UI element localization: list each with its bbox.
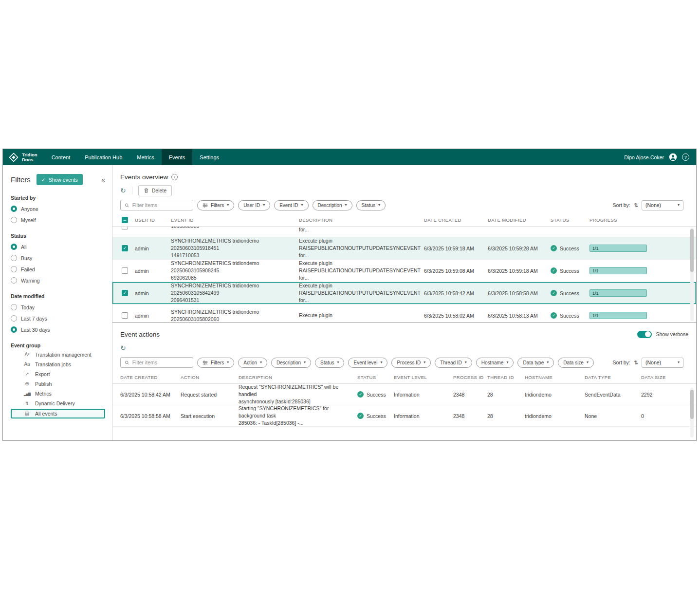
row-checkbox[interactable] <box>122 312 128 319</box>
info-icon[interactable]: i <box>171 174 178 180</box>
description: RAISEPUBLICATIONOUTPUTUPDATESYNCEVENT fo… <box>299 227 419 233</box>
show-verbose-toggle[interactable] <box>637 331 652 338</box>
description: Execute pluginRAISEPUBLICATIONOUTPUTUPDA… <box>299 282 424 304</box>
date-modified: 6/3/2025 10:58:58 AM <box>488 290 551 296</box>
sort-icon[interactable]: ⇅ <box>634 202 638 209</box>
nav-item-content[interactable]: Content <box>44 149 78 165</box>
brand-line1: Tridion <box>22 152 37 157</box>
radio-status-busy[interactable]: Busy <box>11 255 105 261</box>
select-all-checkbox[interactable]: – <box>122 217 128 223</box>
table-row[interactable]: ✓ admin SYNCHRONIZEMETRICS tridiondemo 2… <box>112 282 696 304</box>
column-header: DATA SIZE <box>641 375 683 380</box>
description: Execute pluginRAISEPUBLICATIONOUTPUTUPDA… <box>299 237 424 259</box>
overview-table-header: – USER ID EVENT ID DESCRIPTION DATE CREA… <box>112 214 696 227</box>
pill-status[interactable]: Status ▾ <box>356 200 386 210</box>
radio-off-icon <box>11 277 17 284</box>
user-name[interactable]: Dipo Ajose-Coker <box>624 154 664 160</box>
actions-sort-select[interactable]: (None) ▾ <box>642 358 683 368</box>
table-row[interactable]: 6/3/2025 10:58:42 AM Request started Req… <box>112 384 696 405</box>
table-row[interactable]: admin SYNCHRONIZEMETRICS tridiondemo 202… <box>112 304 696 322</box>
row-checkbox[interactable]: ✓ <box>122 290 128 296</box>
pill-data-size[interactable]: Data size ▾ <box>558 358 594 368</box>
overview-filters-button[interactable]: Filters ▾ <box>197 200 234 210</box>
date-modified: 6/3/2025 10:58:13 AM <box>488 313 551 319</box>
event-group-all-events[interactable]: ▤ All events <box>11 409 105 418</box>
delete-button[interactable]: Delete <box>138 185 172 196</box>
overview-scrollbar-thumb[interactable] <box>690 229 694 272</box>
event-group-dynamic-delivery[interactable]: ↯ Dynamic Delivery <box>11 399 105 408</box>
pill-label: Data size <box>563 360 584 365</box>
overview-search-input[interactable] <box>132 202 189 208</box>
nav-item-publication-hub[interactable]: Publication Hub <box>77 149 129 165</box>
pill-user-id[interactable]: User ID ▾ <box>238 200 270 210</box>
radio-on-icon <box>11 326 17 333</box>
data-size: 2292 <box>641 392 683 398</box>
radio-status-all[interactable]: All <box>11 244 105 250</box>
sort-by-label: Sort by: <box>613 202 630 208</box>
row-checkbox[interactable] <box>122 267 128 274</box>
pill-event-id[interactable]: Event ID ▾ <box>274 200 308 210</box>
refresh-button[interactable]: ↻ <box>120 344 126 351</box>
radio-today[interactable]: Today <box>11 304 105 310</box>
table-row[interactable]: admin SYNCHRONIZEMETRICS tridiondemo 202… <box>112 260 696 282</box>
pill-description[interactable]: Description ▾ <box>271 358 311 368</box>
radio-label: Anyone <box>21 206 38 212</box>
nav-item-settings[interactable]: Settings <box>192 149 226 165</box>
radio-last-7-days[interactable]: Last 7 days <box>11 315 105 322</box>
progress-cell: 1/1 <box>589 289 683 297</box>
sliders-icon <box>203 360 208 365</box>
radio-status-warning[interactable]: Warning <box>11 277 105 284</box>
collapse-sidebar-icon[interactable]: « <box>101 176 105 184</box>
row-checkbox[interactable]: ✓ <box>122 245 128 251</box>
pill-action[interactable]: Action ▾ <box>238 358 267 368</box>
pill-event-level[interactable]: Event level ▾ <box>348 358 387 368</box>
row-checkbox[interactable] <box>122 227 128 229</box>
table-row[interactable]: ✓ admin SYNCHRONIZEMETRICS tridiondemo 2… <box>112 237 696 260</box>
overview-sort-select[interactable]: (None) ▾ <box>642 200 683 210</box>
progress-bar: 1/1 <box>589 267 647 274</box>
verbose-area: Show verbose <box>637 331 688 338</box>
toolbar-divider <box>132 187 132 194</box>
overview-filter-row: Filters ▾ User ID ▾ Event ID ▾ Descrip <box>112 197 696 214</box>
actions-search-input[interactable] <box>132 360 189 365</box>
nav-item-metrics[interactable]: Metrics <box>129 149 161 165</box>
help-icon[interactable]: ? <box>682 153 689 161</box>
actions-filters-button[interactable]: Filters ▾ <box>197 358 234 368</box>
pill-process-id[interactable]: Process ID ▾ <box>391 358 431 368</box>
group-item-label: All events <box>35 411 57 417</box>
overview-scrollbar[interactable] <box>690 228 694 321</box>
event-group-metrics[interactable]: ▂▅▇ Metrics <box>11 389 105 398</box>
pill-thread-id[interactable]: Thread ID ▾ <box>435 358 472 368</box>
refresh-button[interactable]: ↻ <box>120 187 126 194</box>
process-id: 2348 <box>453 413 487 419</box>
pill-label: Status <box>320 360 334 365</box>
actions-scrollbar-thumb[interactable] <box>690 390 694 419</box>
event-group-translation-jobs[interactable]: Aa Translation jobs <box>11 360 105 369</box>
success-icon: ✓ <box>551 245 557 251</box>
chevron-down-icon: ▾ <box>587 361 589 364</box>
table-row[interactable]: 6/3/2025 10:58:58 AM Start execution Sta… <box>112 405 696 427</box>
pill-hostname[interactable]: Hostname ▾ <box>476 358 514 368</box>
pill-data-type[interactable]: Data type ▾ <box>517 358 554 368</box>
group-item-label: Export <box>35 371 50 377</box>
radio-myself[interactable]: Myself <box>11 217 105 223</box>
table-row[interactable]: 1618808989 RAISEPUBLICATIONOUTPUTUPDATES… <box>112 227 696 237</box>
brand[interactable]: Tridion Docs <box>3 149 44 165</box>
pill-label: User ID <box>243 203 260 208</box>
radio-anyone[interactable]: Anyone <box>11 206 105 212</box>
actions-scrollbar[interactable] <box>690 388 694 437</box>
pill-status[interactable]: Status ▾ <box>315 358 344 368</box>
event-group-export[interactable]: ↗ Export <box>11 370 105 379</box>
radio-last-30-days[interactable]: Last 30 days <box>11 326 105 333</box>
event-group-translation-management[interactable]: Aˣ Translation management <box>11 350 105 359</box>
app-window: Tridion Docs Content Publication Hub Met… <box>2 149 697 441</box>
event-group-publish[interactable]: ⊕ Publish <box>11 380 105 388</box>
radio-status-failed[interactable]: Failed <box>11 266 105 272</box>
pill-label: Event ID <box>279 203 298 208</box>
show-events-button[interactable]: ✓ Show events <box>37 174 83 185</box>
sort-icon[interactable]: ⇅ <box>634 360 638 366</box>
avatar-icon[interactable] <box>669 153 677 161</box>
nav-item-events[interactable]: Events <box>162 149 193 165</box>
event-level: Information <box>394 413 453 419</box>
pill-description[interactable]: Description ▾ <box>313 200 352 210</box>
